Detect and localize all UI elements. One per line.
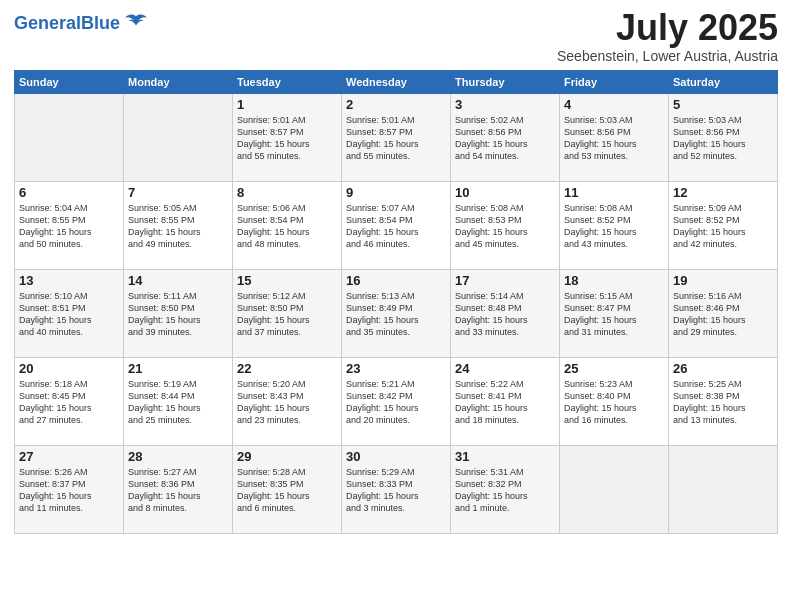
weekday-header-saturday: Saturday — [669, 71, 778, 94]
day-number: 30 — [346, 449, 446, 464]
day-number: 27 — [19, 449, 119, 464]
logo-bird-icon — [122, 10, 150, 38]
page: GeneralBlue July 2025 Seebenstein, Lower… — [0, 0, 792, 612]
cell-content: Sunrise: 5:10 AM Sunset: 8:51 PM Dayligh… — [19, 290, 119, 339]
week-row-5: 27Sunrise: 5:26 AM Sunset: 8:37 PM Dayli… — [15, 446, 778, 534]
calendar-cell: 30Sunrise: 5:29 AM Sunset: 8:33 PM Dayli… — [342, 446, 451, 534]
cell-content: Sunrise: 5:23 AM Sunset: 8:40 PM Dayligh… — [564, 378, 664, 427]
day-number: 21 — [128, 361, 228, 376]
day-number: 7 — [128, 185, 228, 200]
calendar-cell: 15Sunrise: 5:12 AM Sunset: 8:50 PM Dayli… — [233, 270, 342, 358]
calendar-cell: 7Sunrise: 5:05 AM Sunset: 8:55 PM Daylig… — [124, 182, 233, 270]
calendar-cell: 24Sunrise: 5:22 AM Sunset: 8:41 PM Dayli… — [451, 358, 560, 446]
day-number: 12 — [673, 185, 773, 200]
calendar-cell: 18Sunrise: 5:15 AM Sunset: 8:47 PM Dayli… — [560, 270, 669, 358]
cell-content: Sunrise: 5:01 AM Sunset: 8:57 PM Dayligh… — [237, 114, 337, 163]
cell-content: Sunrise: 5:03 AM Sunset: 8:56 PM Dayligh… — [564, 114, 664, 163]
cell-content: Sunrise: 5:20 AM Sunset: 8:43 PM Dayligh… — [237, 378, 337, 427]
month-title: July 2025 — [557, 10, 778, 46]
calendar-cell — [560, 446, 669, 534]
cell-content: Sunrise: 5:07 AM Sunset: 8:54 PM Dayligh… — [346, 202, 446, 251]
calendar-table: SundayMondayTuesdayWednesdayThursdayFrid… — [14, 70, 778, 534]
cell-content: Sunrise: 5:06 AM Sunset: 8:54 PM Dayligh… — [237, 202, 337, 251]
calendar-body: 1Sunrise: 5:01 AM Sunset: 8:57 PM Daylig… — [15, 94, 778, 534]
calendar-cell: 31Sunrise: 5:31 AM Sunset: 8:32 PM Dayli… — [451, 446, 560, 534]
cell-content: Sunrise: 5:01 AM Sunset: 8:57 PM Dayligh… — [346, 114, 446, 163]
day-number: 11 — [564, 185, 664, 200]
cell-content: Sunrise: 5:26 AM Sunset: 8:37 PM Dayligh… — [19, 466, 119, 515]
day-number: 4 — [564, 97, 664, 112]
cell-content: Sunrise: 5:13 AM Sunset: 8:49 PM Dayligh… — [346, 290, 446, 339]
cell-content: Sunrise: 5:02 AM Sunset: 8:56 PM Dayligh… — [455, 114, 555, 163]
cell-content: Sunrise: 5:28 AM Sunset: 8:35 PM Dayligh… — [237, 466, 337, 515]
cell-content: Sunrise: 5:16 AM Sunset: 8:46 PM Dayligh… — [673, 290, 773, 339]
calendar-cell: 22Sunrise: 5:20 AM Sunset: 8:43 PM Dayli… — [233, 358, 342, 446]
day-number: 16 — [346, 273, 446, 288]
title-block: July 2025 Seebenstein, Lower Austria, Au… — [557, 10, 778, 64]
cell-content: Sunrise: 5:22 AM Sunset: 8:41 PM Dayligh… — [455, 378, 555, 427]
header: GeneralBlue July 2025 Seebenstein, Lower… — [14, 10, 778, 64]
day-number: 28 — [128, 449, 228, 464]
week-row-1: 1Sunrise: 5:01 AM Sunset: 8:57 PM Daylig… — [15, 94, 778, 182]
cell-content: Sunrise: 5:21 AM Sunset: 8:42 PM Dayligh… — [346, 378, 446, 427]
calendar-cell: 14Sunrise: 5:11 AM Sunset: 8:50 PM Dayli… — [124, 270, 233, 358]
cell-content: Sunrise: 5:05 AM Sunset: 8:55 PM Dayligh… — [128, 202, 228, 251]
day-number: 24 — [455, 361, 555, 376]
logo-blue: Blue — [81, 13, 120, 33]
weekday-header-sunday: Sunday — [15, 71, 124, 94]
day-number: 1 — [237, 97, 337, 112]
calendar-cell: 1Sunrise: 5:01 AM Sunset: 8:57 PM Daylig… — [233, 94, 342, 182]
day-number: 22 — [237, 361, 337, 376]
day-number: 5 — [673, 97, 773, 112]
day-number: 18 — [564, 273, 664, 288]
cell-content: Sunrise: 5:04 AM Sunset: 8:55 PM Dayligh… — [19, 202, 119, 251]
day-number: 25 — [564, 361, 664, 376]
calendar-cell: 29Sunrise: 5:28 AM Sunset: 8:35 PM Dayli… — [233, 446, 342, 534]
cell-content: Sunrise: 5:11 AM Sunset: 8:50 PM Dayligh… — [128, 290, 228, 339]
calendar-cell: 27Sunrise: 5:26 AM Sunset: 8:37 PM Dayli… — [15, 446, 124, 534]
calendar-cell: 8Sunrise: 5:06 AM Sunset: 8:54 PM Daylig… — [233, 182, 342, 270]
day-number: 10 — [455, 185, 555, 200]
weekday-header-friday: Friday — [560, 71, 669, 94]
calendar-cell: 17Sunrise: 5:14 AM Sunset: 8:48 PM Dayli… — [451, 270, 560, 358]
week-row-2: 6Sunrise: 5:04 AM Sunset: 8:55 PM Daylig… — [15, 182, 778, 270]
day-number: 9 — [346, 185, 446, 200]
day-number: 17 — [455, 273, 555, 288]
calendar-cell: 19Sunrise: 5:16 AM Sunset: 8:46 PM Dayli… — [669, 270, 778, 358]
cell-content: Sunrise: 5:29 AM Sunset: 8:33 PM Dayligh… — [346, 466, 446, 515]
cell-content: Sunrise: 5:25 AM Sunset: 8:38 PM Dayligh… — [673, 378, 773, 427]
day-number: 19 — [673, 273, 773, 288]
cell-content: Sunrise: 5:14 AM Sunset: 8:48 PM Dayligh… — [455, 290, 555, 339]
weekday-header-thursday: Thursday — [451, 71, 560, 94]
cell-content: Sunrise: 5:31 AM Sunset: 8:32 PM Dayligh… — [455, 466, 555, 515]
cell-content: Sunrise: 5:08 AM Sunset: 8:53 PM Dayligh… — [455, 202, 555, 251]
calendar-cell: 3Sunrise: 5:02 AM Sunset: 8:56 PM Daylig… — [451, 94, 560, 182]
day-number: 15 — [237, 273, 337, 288]
day-number: 6 — [19, 185, 119, 200]
calendar-cell: 25Sunrise: 5:23 AM Sunset: 8:40 PM Dayli… — [560, 358, 669, 446]
day-number: 20 — [19, 361, 119, 376]
cell-content: Sunrise: 5:15 AM Sunset: 8:47 PM Dayligh… — [564, 290, 664, 339]
calendar-header: SundayMondayTuesdayWednesdayThursdayFrid… — [15, 71, 778, 94]
day-number: 26 — [673, 361, 773, 376]
day-number: 8 — [237, 185, 337, 200]
week-row-4: 20Sunrise: 5:18 AM Sunset: 8:45 PM Dayli… — [15, 358, 778, 446]
calendar-cell: 12Sunrise: 5:09 AM Sunset: 8:52 PM Dayli… — [669, 182, 778, 270]
calendar-cell: 13Sunrise: 5:10 AM Sunset: 8:51 PM Dayli… — [15, 270, 124, 358]
weekday-header-monday: Monday — [124, 71, 233, 94]
calendar-cell: 6Sunrise: 5:04 AM Sunset: 8:55 PM Daylig… — [15, 182, 124, 270]
calendar-cell: 2Sunrise: 5:01 AM Sunset: 8:57 PM Daylig… — [342, 94, 451, 182]
calendar-cell: 4Sunrise: 5:03 AM Sunset: 8:56 PM Daylig… — [560, 94, 669, 182]
calendar-cell: 5Sunrise: 5:03 AM Sunset: 8:56 PM Daylig… — [669, 94, 778, 182]
day-number: 2 — [346, 97, 446, 112]
calendar-cell: 20Sunrise: 5:18 AM Sunset: 8:45 PM Dayli… — [15, 358, 124, 446]
cell-content: Sunrise: 5:12 AM Sunset: 8:50 PM Dayligh… — [237, 290, 337, 339]
cell-content: Sunrise: 5:27 AM Sunset: 8:36 PM Dayligh… — [128, 466, 228, 515]
calendar-cell: 21Sunrise: 5:19 AM Sunset: 8:44 PM Dayli… — [124, 358, 233, 446]
calendar-cell: 9Sunrise: 5:07 AM Sunset: 8:54 PM Daylig… — [342, 182, 451, 270]
day-number: 31 — [455, 449, 555, 464]
calendar-cell: 26Sunrise: 5:25 AM Sunset: 8:38 PM Dayli… — [669, 358, 778, 446]
calendar-cell: 16Sunrise: 5:13 AM Sunset: 8:49 PM Dayli… — [342, 270, 451, 358]
logo-text: GeneralBlue — [14, 14, 120, 34]
day-number: 29 — [237, 449, 337, 464]
